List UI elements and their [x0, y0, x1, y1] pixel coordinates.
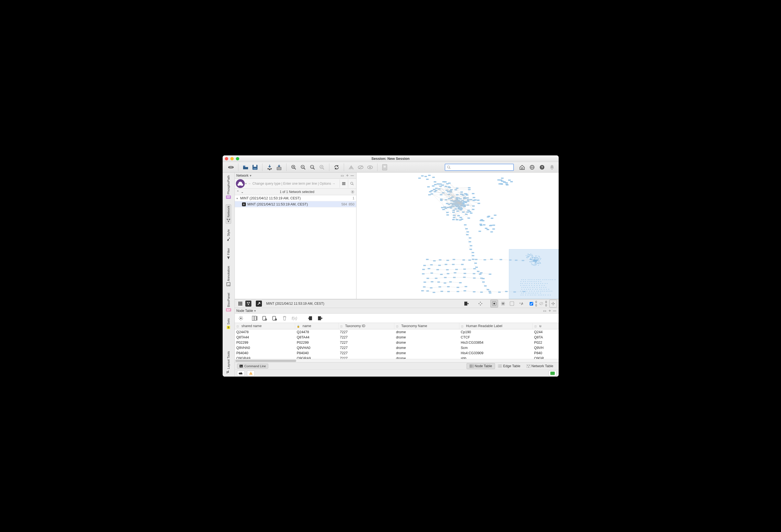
home-icon[interactable] [518, 163, 526, 171]
cloud-status-icon[interactable] [237, 371, 245, 376]
rail-annotation[interactable]: T Annotation [226, 265, 231, 287]
show-graphics-detail-icon[interactable] [499, 300, 507, 308]
query-menu-icon[interactable] [340, 179, 348, 188]
svg-rect-169 [452, 210, 455, 211]
save-session-icon[interactable] [251, 163, 259, 171]
export-view-icon[interactable] [463, 300, 470, 308]
table-row[interactable]: Q24478Q244787227dromeCp190Q244 [235, 329, 559, 335]
search-input[interactable] [451, 165, 511, 169]
function-builder-icon[interactable]: f(x) [291, 314, 298, 322]
chevron-down-icon[interactable] [237, 196, 240, 200]
table-scroll[interactable]: ◫ shared name🔒 name◫ Taxonomy ID◫ Taxono… [235, 323, 559, 359]
svg-rect-856 [536, 287, 537, 287]
delete-column-icon[interactable] [281, 314, 288, 322]
table-columns-icon[interactable] [251, 314, 258, 322]
notifications-icon[interactable] [548, 163, 556, 171]
rail-filter[interactable]: Filter [226, 247, 231, 261]
table-cell: P84040 [235, 350, 295, 356]
import-table-data-icon[interactable] [306, 314, 314, 322]
query-search-icon[interactable] [348, 179, 356, 188]
svg-rect-85 [468, 211, 471, 212]
svg-rect-371 [459, 282, 461, 283]
rail-layout-tools[interactable]: Layout Tools [226, 350, 231, 375]
command-line-button[interactable]: Command Line [237, 364, 269, 369]
svg-rect-870 [541, 289, 542, 289]
rail-network[interactable]: Network [226, 204, 231, 224]
export-image-icon[interactable] [381, 163, 388, 171]
hide-selected-icon[interactable] [357, 163, 365, 171]
column-header[interactable]: 🔒 name [295, 323, 338, 329]
column-header[interactable]: ◫ Taxonomy Name [395, 323, 459, 329]
network-view[interactable] [357, 172, 559, 299]
table-settings-icon[interactable] [237, 314, 245, 322]
horizontal-scrollbar[interactable] [235, 359, 559, 362]
zoom-in-icon[interactable] [290, 163, 297, 171]
remove-column-icon[interactable] [271, 314, 279, 322]
open-session-icon[interactable] [242, 163, 249, 171]
bird-eye-toggle-icon[interactable] [549, 300, 557, 308]
export-table-data-icon[interactable] [316, 314, 324, 322]
table-row[interactable]: P02299P022997227dromeHis3:CG33854P022 [235, 340, 559, 345]
help-icon[interactable]: ? [538, 163, 546, 171]
expand-all-icon[interactable]: ⌄ [241, 190, 244, 194]
column-header[interactable]: ◫ u [532, 323, 559, 329]
query-placeholder-text[interactable]: ← Change query type | Enter one term per… [247, 182, 340, 186]
table-cell: drome [395, 340, 459, 345]
rail-sets[interactable]: S Sets [226, 317, 231, 330]
rail-phosphopath[interactable]: PP PhosphoPath [225, 174, 232, 200]
svg-rect-827 [525, 283, 526, 284]
table-minimize-icon[interactable]: — [552, 309, 557, 313]
refresh-icon[interactable] [333, 163, 340, 171]
memory-status-icon[interactable] [549, 371, 557, 376]
svg-rect-858 [541, 287, 542, 287]
new-network-icon[interactable] [227, 163, 235, 171]
table-row[interactable]: Q8TA44Q8TA447227dromeCTCFQ8TA [235, 335, 559, 340]
table-row[interactable]: Q9VHA0Q9VHA07227dromeScmQ9VH [235, 345, 559, 350]
zoom-fit-icon[interactable]: 1 [309, 163, 316, 171]
rail-style[interactable]: Style [226, 228, 231, 243]
column-header[interactable]: ◫ shared name [235, 323, 295, 329]
tab-edge-table[interactable]: Edge Table [495, 363, 523, 369]
collapse-all-icon[interactable]: ⌃ [237, 190, 239, 194]
web-icon[interactable] [528, 163, 536, 171]
search-field[interactable] [445, 164, 514, 171]
hide-toggle-a[interactable] [530, 302, 533, 305]
popout-view-icon[interactable] [256, 300, 262, 306]
zoom-selected-icon[interactable] [318, 163, 326, 171]
always-show-graphics-icon[interactable] [490, 300, 498, 308]
detach-view-icon[interactable] [245, 300, 251, 306]
svg-rect-843 [531, 285, 532, 286]
import-table-icon[interactable] [275, 163, 283, 171]
panel-minimize-icon[interactable]: — [350, 173, 355, 178]
selection-mode-icon[interactable] [508, 300, 516, 308]
table-dock-icon[interactable]: ▭ [543, 309, 547, 313]
minimap[interactable] [509, 249, 559, 299]
panel-dock-icon[interactable]: ▭ [340, 173, 344, 178]
network-root-row[interactable]: MINT (2021/04/12 11:53:19 AM, CEST) 1 [235, 195, 356, 201]
show-all-icon[interactable] [366, 163, 374, 171]
panel-pin-icon[interactable]: ✧ [345, 173, 350, 178]
add-column-icon[interactable] [261, 314, 269, 322]
network-child-row[interactable]: ⋔ MINT (2021/04/12 11:53:19 AM, CEST) 58… [235, 201, 356, 207]
rail-bisopanel[interactable]: BP BisoPanel [225, 292, 232, 313]
column-header[interactable]: ◫ Taxonomy ID [338, 323, 395, 329]
table-cell: Scm [459, 345, 532, 350]
first-neighbors-icon[interactable] [347, 163, 355, 171]
svg-rect-835 [542, 283, 543, 284]
tab-network-table[interactable]: Network Table [524, 363, 557, 369]
table-pin-icon[interactable]: ✧ [547, 309, 552, 313]
table-row[interactable]: P84040P840407227dromeHis4:CG33909P840 [235, 350, 559, 356]
grid-view-icon[interactable] [237, 300, 244, 308]
zoom-out-icon[interactable] [299, 163, 307, 171]
table-row[interactable]: O9GRA9O9GRA97227dromesbbO9GR [235, 356, 559, 359]
column-header[interactable]: ◫ Human Readable Label [459, 323, 532, 329]
fit-content-icon[interactable] [477, 300, 484, 308]
network-options-icon[interactable] [351, 190, 355, 194]
svg-rect-221 [442, 209, 445, 210]
svg-rect-377 [465, 286, 467, 287]
import-network-icon[interactable] [266, 163, 274, 171]
database-selector-icon[interactable] [236, 179, 245, 188]
annotation-mode-icon[interactable]: ⁺A [517, 300, 525, 308]
tab-node-table[interactable]: Node Table [466, 363, 495, 369]
warning-status-icon[interactable] [247, 371, 255, 376]
